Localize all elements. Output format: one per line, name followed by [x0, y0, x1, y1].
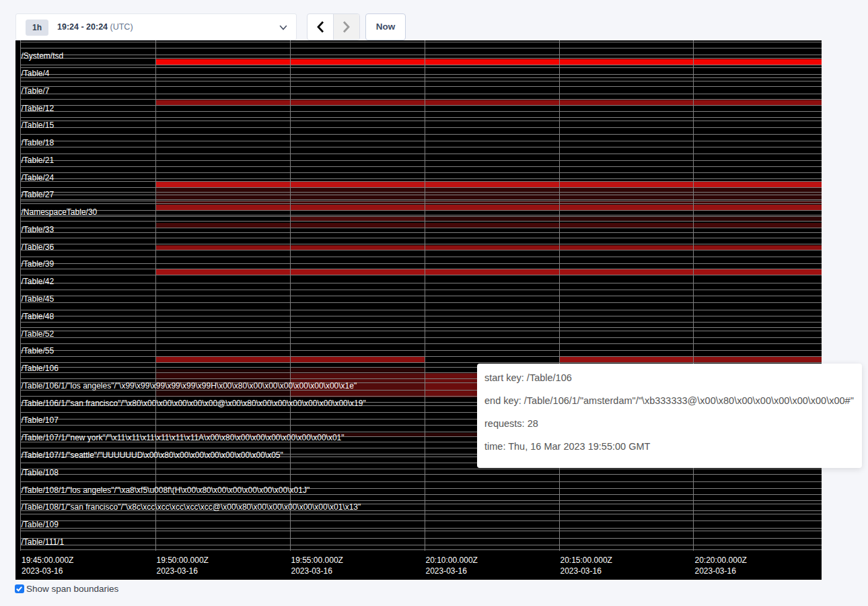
svg-text:/Table/39: /Table/39 — [22, 259, 55, 269]
svg-text:/Table/48: /Table/48 — [22, 312, 55, 321]
svg-text:/Table/33: /Table/33 — [22, 225, 55, 234]
svg-text:/Table/27: /Table/27 — [22, 190, 55, 199]
svg-text:/Table/106/1/"san francisco"/": /Table/106/1/"san francisco"/"\x80\x00\x… — [22, 399, 366, 408]
svg-text:/Table/107: /Table/107 — [22, 415, 59, 425]
svg-text:/Table/4: /Table/4 — [22, 69, 50, 78]
svg-text:/Table/108/1/"los angeles"/"\x: /Table/108/1/"los angeles"/"\xa8\xf5\u00… — [22, 485, 310, 495]
svg-text:/Table/107/1/"new york"/"\x11\: /Table/107/1/"new york"/"\x11\x11\x11\x1… — [22, 433, 345, 442]
svg-text:/Table/108/1/"san francisco"/": /Table/108/1/"san francisco"/"\x8c\xcc\x… — [22, 502, 361, 512]
svg-text:2023-03-16: 2023-03-16 — [291, 566, 333, 576]
svg-text:/Table/24: /Table/24 — [22, 173, 55, 182]
svg-text:2023-03-16: 2023-03-16 — [560, 566, 602, 576]
svg-text:/Table/108: /Table/108 — [22, 468, 59, 477]
svg-text:/Table/106/1/"los angeles"/"\x: /Table/106/1/"los angeles"/"\x99\x99\x99… — [22, 381, 357, 391]
svg-text:2023-03-16: 2023-03-16 — [695, 566, 737, 576]
svg-text:/NamespaceTable/30: /NamespaceTable/30 — [22, 207, 98, 217]
svg-text:/Table/52: /Table/52 — [22, 329, 55, 339]
svg-text:/Table/42: /Table/42 — [22, 277, 55, 286]
svg-text:2023-03-16: 2023-03-16 — [426, 566, 468, 576]
svg-text:/Table/109: /Table/109 — [22, 520, 59, 529]
svg-text:/Table/111/1: /Table/111/1 — [22, 537, 65, 547]
svg-text:/Table/55: /Table/55 — [22, 346, 55, 356]
svg-text:2023-03-16: 2023-03-16 — [22, 566, 63, 576]
svg-text:/System/tsd: /System/tsd — [22, 51, 64, 61]
svg-text:/Table/7: /Table/7 — [22, 86, 50, 96]
svg-text:20:20:00.000Z: 20:20:00.000Z — [695, 556, 747, 565]
svg-text:/Table/36: /Table/36 — [22, 242, 55, 252]
svg-text:/Table/21: /Table/21 — [22, 156, 55, 165]
svg-text:/Table/45: /Table/45 — [22, 294, 55, 304]
svg-text:20:10:00.000Z: 20:10:00.000Z — [426, 556, 478, 565]
svg-text:2023-03-16: 2023-03-16 — [157, 566, 198, 576]
svg-text:19:55:00.000Z: 19:55:00.000Z — [291, 556, 343, 565]
svg-text:20:15:00.000Z: 20:15:00.000Z — [560, 556, 612, 565]
svg-text:19:45:00.000Z: 19:45:00.000Z — [22, 556, 73, 565]
svg-text:/Table/12: /Table/12 — [22, 104, 55, 113]
svg-text:/Table/15: /Table/15 — [22, 121, 55, 130]
svg-text:19:50:00.000Z: 19:50:00.000Z — [157, 556, 209, 565]
svg-text:/Table/106: /Table/106 — [22, 364, 59, 373]
svg-text:/Table/107/1/"seattle"/"UUUUUU: /Table/107/1/"seattle"/"UUUUUUD\x00\x80\… — [22, 450, 283, 460]
svg-text:/Table/18: /Table/18 — [22, 138, 55, 147]
